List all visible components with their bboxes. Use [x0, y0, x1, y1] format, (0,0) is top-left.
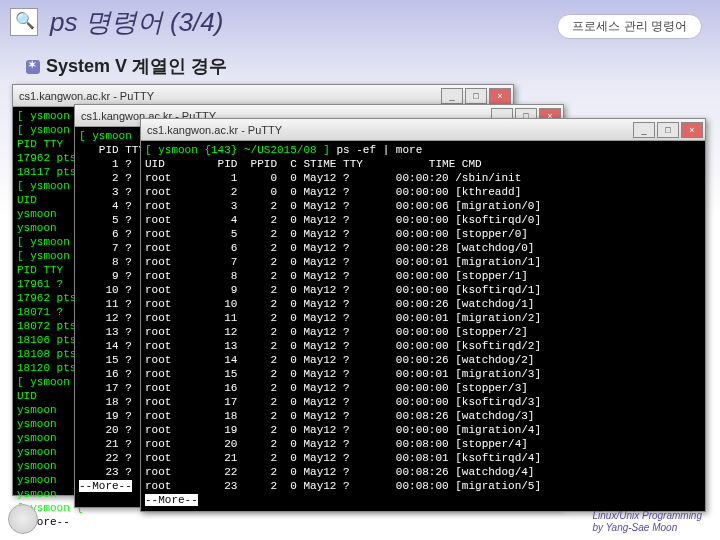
window-title: cs1.kangwon.ac.kr - PuTTY: [147, 124, 282, 136]
bullet-icon: [26, 60, 40, 74]
magnifier-icon: [10, 8, 38, 36]
footer: Linux/Unix Programming by Yang-Sae Moon: [593, 510, 703, 534]
maximize-button[interactable]: □: [657, 122, 679, 138]
close-button[interactable]: ×: [681, 122, 703, 138]
subtitle-text: System V 계열인 경우: [46, 56, 227, 76]
subtitle: System V 계열인 경우: [26, 54, 227, 78]
window-title: cs1.kangwon.ac.kr - PuTTY: [19, 90, 154, 102]
footer-line1: Linux/Unix Programming: [593, 510, 703, 522]
footer-line2: by Yang-Sae Moon: [593, 522, 703, 534]
page-title: ps 명령어 (3/4): [50, 5, 223, 40]
terminal-output: [ ysmoon {143} ~/US2015/08 ] ps -ef | mo…: [141, 141, 705, 509]
university-seal-icon: [8, 504, 38, 534]
close-button[interactable]: ×: [489, 88, 511, 104]
window-titlebar[interactable]: cs1.kangwon.ac.kr - PuTTY _ □ ×: [141, 119, 705, 141]
category-tag: 프로세스 관리 명령어: [557, 14, 702, 39]
maximize-button[interactable]: □: [465, 88, 487, 104]
putty-window-front[interactable]: cs1.kangwon.ac.kr - PuTTY _ □ × [ ysmoon…: [140, 118, 706, 512]
slide: ps 명령어 (3/4) 프로세스 관리 명령어 System V 계열인 경우…: [0, 0, 720, 540]
minimize-button[interactable]: _: [633, 122, 655, 138]
minimize-button[interactable]: _: [441, 88, 463, 104]
